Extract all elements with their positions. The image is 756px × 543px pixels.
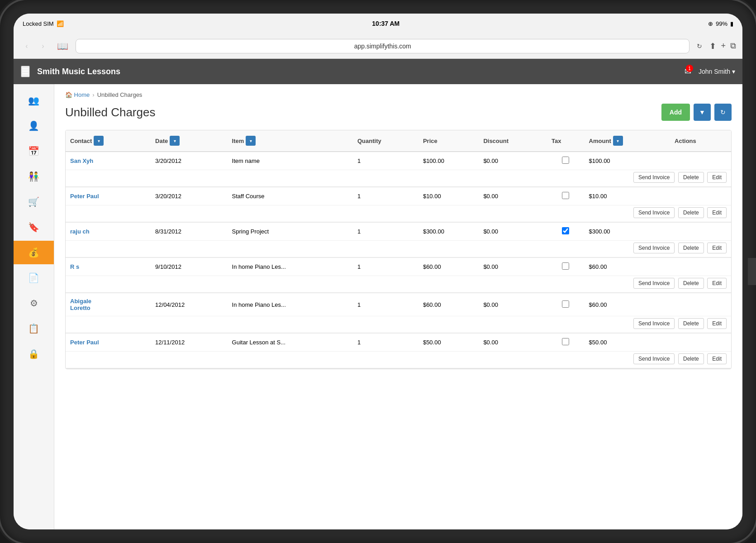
reload-button[interactable]: ↻ bbox=[697, 43, 702, 50]
cell-actions bbox=[670, 187, 731, 205]
bookmarks-sidebar-icon: 🔖 bbox=[28, 222, 39, 233]
cell-actions bbox=[670, 222, 731, 241]
forward-button[interactable]: › bbox=[36, 39, 50, 53]
tax-checkbox[interactable] bbox=[562, 227, 569, 234]
tax-checkbox[interactable] bbox=[562, 192, 569, 199]
col-header-date: Date ▾ bbox=[151, 130, 228, 152]
edit-button[interactable]: Edit bbox=[707, 278, 727, 289]
item-filter-button[interactable]: ▾ bbox=[246, 136, 256, 146]
contact-link[interactable]: Peter Paul bbox=[70, 193, 99, 200]
delete-button[interactable]: Delete bbox=[678, 243, 704, 253]
status-left: Locked SIM 📶 bbox=[23, 20, 64, 27]
cell-date: 12/11/2012 bbox=[151, 333, 228, 352]
cell-quantity: 1 bbox=[353, 333, 418, 352]
cell-date: 9/10/2012 bbox=[151, 257, 228, 276]
col-header-discount: Discount bbox=[479, 130, 547, 152]
sidebar-item-bookmarks[interactable]: 🔖 bbox=[14, 215, 54, 239]
sidebar-item-billing[interactable]: 💰 bbox=[14, 241, 54, 264]
contact-link[interactable]: AbigaleLoretto bbox=[70, 298, 91, 311]
refresh-icon: ↻ bbox=[720, 109, 726, 116]
tax-checkbox[interactable] bbox=[562, 338, 569, 345]
cell-item: In home Piano Les... bbox=[228, 257, 353, 276]
back-button[interactable]: ‹ bbox=[20, 39, 33, 53]
tax-checkbox[interactable] bbox=[562, 300, 569, 308]
cell-discount: $0.00 bbox=[479, 257, 547, 276]
sidebar-item-dashboard[interactable]: 👥 bbox=[14, 89, 54, 112]
sidebar-item-reports[interactable]: 📋 bbox=[14, 317, 54, 340]
date-filter-button[interactable]: ▾ bbox=[170, 136, 180, 146]
sidebar-item-contacts[interactable]: 👤 bbox=[14, 114, 54, 138]
cell-tax bbox=[547, 152, 585, 170]
settings-icon: ⚙ bbox=[30, 298, 38, 309]
breadcrumb-home[interactable]: 🏠 Home bbox=[65, 91, 90, 98]
contact-filter-button[interactable]: ▾ bbox=[94, 136, 104, 146]
sidebar-item-groups[interactable]: 👫 bbox=[14, 165, 54, 188]
filter-button[interactable]: ▼ bbox=[694, 104, 711, 121]
contact-link[interactable]: San Xyh bbox=[70, 157, 93, 164]
breadcrumb: 🏠 Home › Unbilled Charges bbox=[65, 91, 732, 98]
sidebar-item-documents[interactable]: 📄 bbox=[14, 266, 54, 290]
new-tab-button[interactable]: + bbox=[721, 41, 726, 51]
add-button[interactable]: Add bbox=[661, 104, 690, 121]
data-table: Contact ▾ Date ▾ bbox=[66, 130, 731, 369]
edit-button[interactable]: Edit bbox=[707, 243, 727, 253]
edit-button[interactable]: Edit bbox=[707, 353, 727, 364]
cell-discount: $0.00 bbox=[479, 187, 547, 205]
table-action-row: Send Invoice Delete Edit bbox=[66, 352, 731, 369]
share-button[interactable]: ⬆ bbox=[709, 41, 716, 51]
battery-icon: ▮ bbox=[730, 20, 733, 27]
hamburger-menu[interactable]: ☰ bbox=[21, 66, 30, 77]
action-cell: Send Invoice Delete Edit bbox=[66, 316, 731, 333]
contact-link[interactable]: R s bbox=[70, 263, 79, 270]
cell-discount: $0.00 bbox=[479, 293, 547, 316]
action-cell: Send Invoice Delete Edit bbox=[66, 205, 731, 223]
delete-button[interactable]: Delete bbox=[678, 318, 704, 329]
app-title: Smith Music Lessons bbox=[37, 67, 677, 76]
address-bar[interactable]: app.simplifythis.com bbox=[76, 39, 689, 53]
sidebar-item-security[interactable]: 🔒 bbox=[14, 342, 54, 366]
cell-date: 3/20/2012 bbox=[151, 187, 228, 205]
send-invoice-button[interactable]: Send Invoice bbox=[633, 172, 675, 183]
content-area: 🏠 Home › Unbilled Charges Unbilled Charg… bbox=[54, 84, 742, 529]
contact-link[interactable]: raju ch bbox=[70, 228, 90, 235]
delete-button[interactable]: Delete bbox=[678, 172, 704, 183]
delete-button[interactable]: Delete bbox=[678, 353, 704, 364]
send-invoice-button[interactable]: Send Invoice bbox=[633, 318, 675, 329]
refresh-button[interactable]: ↻ bbox=[714, 104, 732, 121]
col-header-contact: Contact ▾ bbox=[66, 130, 151, 152]
sidebar-item-calendar[interactable]: 📅 bbox=[14, 139, 54, 163]
app-header: ☰ Smith Music Lessons ✉ 1 John Smith ▾ bbox=[14, 59, 742, 84]
sidebar-item-cart[interactable]: 🛒 bbox=[14, 190, 54, 214]
cell-item: Guitar Lesson at S... bbox=[228, 333, 353, 352]
edit-button[interactable]: Edit bbox=[707, 207, 727, 218]
cell-date: 12/04/2012 bbox=[151, 293, 228, 316]
user-menu[interactable]: John Smith ▾ bbox=[699, 68, 735, 75]
carrier-label: Locked SIM bbox=[23, 20, 54, 27]
sidebar-item-settings[interactable]: ⚙ bbox=[14, 291, 54, 315]
cell-amount: $300.00 bbox=[585, 222, 670, 241]
tax-checkbox[interactable] bbox=[562, 157, 569, 164]
cell-quantity: 1 bbox=[353, 257, 418, 276]
send-invoice-button[interactable]: Send Invoice bbox=[633, 207, 675, 218]
action-cell: Send Invoice Delete Edit bbox=[66, 170, 731, 187]
table-row: Peter Paul 3/20/2012 Staff Course 1 $10.… bbox=[66, 187, 731, 205]
delete-button[interactable]: Delete bbox=[678, 278, 704, 289]
action-cell: Send Invoice Delete Edit bbox=[66, 241, 731, 258]
edit-button[interactable]: Edit bbox=[707, 318, 727, 329]
delete-button[interactable]: Delete bbox=[678, 207, 704, 218]
bookmarks-icon[interactable]: 📖 bbox=[57, 41, 68, 52]
notification-button[interactable]: ✉ 1 bbox=[685, 67, 691, 76]
send-invoice-button[interactable]: Send Invoice bbox=[633, 243, 675, 253]
tabs-button[interactable]: ⧉ bbox=[730, 41, 736, 51]
amount-filter-button[interactable]: ▾ bbox=[613, 136, 623, 146]
send-invoice-button[interactable]: Send Invoice bbox=[633, 353, 675, 364]
battery-label: 99% bbox=[716, 20, 727, 27]
tax-checkbox[interactable] bbox=[562, 262, 569, 270]
cell-contact: Peter Paul bbox=[66, 187, 151, 205]
contact-link[interactable]: Peter Paul bbox=[70, 339, 99, 346]
header-actions: Add ▼ ↻ bbox=[661, 104, 732, 121]
edit-button[interactable]: Edit bbox=[707, 172, 727, 183]
cell-amount: $100.00 bbox=[585, 152, 670, 170]
send-invoice-button[interactable]: Send Invoice bbox=[633, 278, 675, 289]
cell-actions bbox=[670, 293, 731, 316]
